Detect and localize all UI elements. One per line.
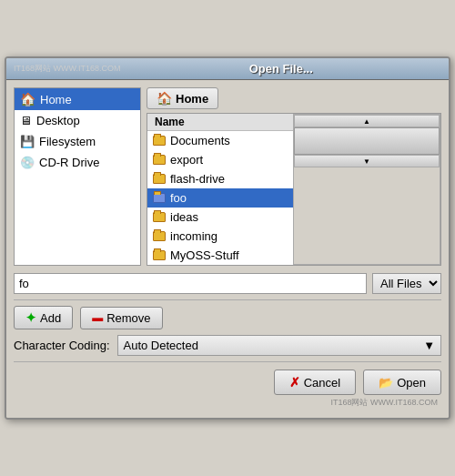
file-item-label: Documents	[170, 134, 230, 147]
separator-2	[14, 361, 441, 362]
cancel-button-label: Cancel	[304, 376, 340, 390]
filename-input[interactable]	[14, 273, 367, 294]
filesystem-icon: 💾	[20, 135, 35, 148]
title-bar: IT168网站 WWW.IT168.COM Open File...	[6, 58, 449, 80]
open-button-label: Open	[397, 376, 426, 390]
sidebar-item-cdr-label: CD-R Drive	[39, 156, 99, 169]
file-list: Name Documents export flash-drive	[147, 114, 293, 265]
remove-button-label: Remove	[106, 311, 150, 325]
open-file-dialog: IT168网站 WWW.IT168.COM Open File... 🏠 Hom…	[5, 56, 450, 420]
file-filter-select[interactable]: All Files	[372, 273, 441, 294]
location-home-icon: 🏠	[157, 91, 172, 106]
file-item-label: export	[170, 153, 203, 167]
main-area: 🏠 Home 🖥 Desktop 💾 Filesystem 💿 CD-R Dri…	[14, 87, 441, 266]
file-list-container: Name Documents export flash-drive	[147, 113, 441, 266]
file-item-foo[interactable]: foo	[147, 188, 293, 208]
minus-icon: ▬	[92, 311, 103, 324]
places-panel: 🏠 Home 🖥 Desktop 💾 Filesystem 💿 CD-R Dri…	[14, 87, 141, 266]
sidebar-item-filesystem[interactable]: 💾 Filesystem	[15, 131, 140, 152]
location-home-label: Home	[176, 92, 208, 106]
sidebar-item-home[interactable]: 🏠 Home	[15, 88, 140, 110]
file-item-label: incoming	[170, 229, 217, 243]
scroll-down-button[interactable]: ▼	[294, 155, 440, 167]
file-item-label: ideas	[170, 210, 198, 224]
character-coding-label: Character Coding:	[14, 339, 110, 352]
file-item-ideas[interactable]: ideas	[147, 208, 293, 227]
dropdown-arrow-icon: ▼	[423, 339, 435, 352]
watermark-bottom: IT168网站 WWW.IT168.COM	[14, 395, 441, 410]
file-item-flash-drive[interactable]: flash-drive	[147, 169, 293, 188]
location-bar: 🏠 Home	[147, 87, 441, 109]
cancel-button[interactable]: ✗ Cancel	[274, 370, 356, 395]
watermark-left: IT168网站 WWW.IT168.COM	[14, 63, 121, 75]
folder-icon	[153, 212, 166, 222]
add-button-label: Add	[40, 311, 61, 325]
file-list-scrollbar[interactable]: ▲ ▼	[293, 114, 440, 265]
folder-icon	[153, 231, 166, 241]
scroll-thumb[interactable]	[294, 127, 440, 155]
file-item-label: flash-drive	[170, 172, 225, 186]
character-coding-value: Auto Detected	[124, 339, 198, 352]
location-home-button[interactable]: 🏠 Home	[147, 87, 218, 109]
filename-input-area: All Files	[14, 273, 441, 294]
sidebar-item-desktop[interactable]: 🖥 Desktop	[15, 110, 140, 131]
sidebar-item-desktop-label: Desktop	[36, 114, 80, 127]
cdr-icon: 💿	[20, 156, 35, 169]
add-remove-bar: ✦ Add ▬ Remove	[14, 306, 441, 329]
plus-icon: ✦	[25, 310, 36, 325]
sidebar-item-cdr[interactable]: 💿 CD-R Drive	[15, 152, 140, 173]
desktop-icon: 🖥	[20, 114, 32, 127]
file-item-incoming[interactable]: incoming	[147, 227, 293, 246]
file-item-label: MyOSS-Stuff	[170, 248, 239, 262]
remove-button[interactable]: ▬ Remove	[80, 307, 162, 329]
sidebar-item-filesystem-label: Filesystem	[39, 135, 96, 148]
file-item-documents[interactable]: Documents	[147, 131, 293, 150]
scroll-up-button[interactable]: ▲	[294, 115, 440, 127]
window-body: 🏠 Home 🖥 Desktop 💾 Filesystem 💿 CD-R Dri…	[6, 80, 449, 418]
folder-icon	[153, 136, 166, 146]
window-title: Open File...	[121, 62, 441, 76]
separator-1	[14, 299, 441, 300]
add-button[interactable]: ✦ Add	[14, 306, 73, 329]
character-coding-row: Character Coding: Auto Detected ▼	[14, 335, 441, 356]
open-button[interactable]: 📂 Open	[363, 370, 441, 395]
folder-icon	[153, 250, 166, 260]
file-item-export[interactable]: export	[147, 150, 293, 169]
folder-icon	[153, 174, 166, 184]
action-buttons: ✗ Cancel 📂 Open	[14, 370, 441, 395]
home-icon: 🏠	[20, 92, 35, 106]
right-panel: 🏠 Home Name Documents	[147, 87, 441, 266]
file-item-myoss-stuff[interactable]: MyOSS-Stuff	[147, 246, 293, 265]
folder-icon	[153, 155, 166, 165]
open-folder-icon: 📂	[379, 376, 393, 390]
sidebar-item-home-label: Home	[40, 93, 72, 106]
folder-icon	[153, 193, 166, 203]
x-icon: ✗	[289, 375, 300, 390]
file-item-label: foo	[170, 191, 187, 205]
character-coding-select[interactable]: Auto Detected ▼	[117, 335, 442, 356]
file-list-column-name: Name	[147, 114, 293, 131]
